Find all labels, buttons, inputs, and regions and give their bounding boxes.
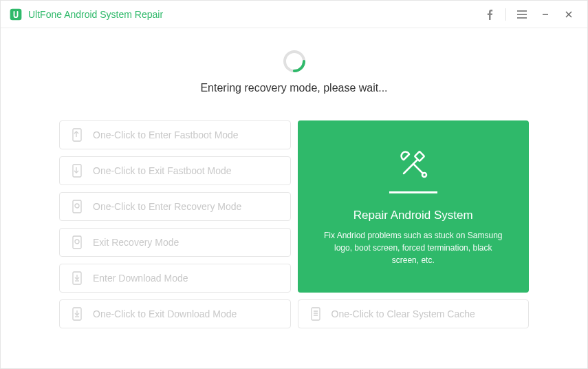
repair-android-system-card[interactable]: Repair Android System Fix Andriod proble…	[298, 120, 530, 293]
svg-rect-9	[73, 129, 81, 141]
svg-rect-13	[73, 200, 81, 213]
phone-icon	[71, 236, 83, 249]
option-label: One-Click to Exit Download Mode	[93, 308, 237, 319]
minimize-button[interactable]	[535, 4, 556, 25]
repair-description: Fix Andriod problems such as stuck on Sa…	[321, 229, 506, 266]
option-enter-fastboot[interactable]: One-Click to Enter Fastboot Mode	[59, 120, 291, 149]
app-window: UltFone Android System Repair Ent	[0, 0, 588, 369]
phone-icon	[71, 200, 83, 213]
phone-icon	[71, 129, 83, 141]
option-enter-recovery[interactable]: One-Click to Enter Recovery Mode	[59, 192, 291, 221]
separator	[505, 8, 506, 21]
svg-rect-15	[73, 236, 81, 249]
option-label: One-Click to Clear System Cache	[331, 308, 475, 319]
option-exit-fastboot[interactable]: One-Click to Exit Fastboot Mode	[59, 156, 291, 185]
option-label: One-Click to Enter Fastboot Mode	[93, 129, 239, 140]
option-clear-cache[interactable]: One-Click to Clear System Cache	[298, 299, 530, 328]
titlebar: UltFone Android System Repair	[1, 1, 587, 28]
close-button[interactable]	[558, 4, 579, 25]
svg-rect-0	[10, 8, 22, 20]
phone-download-icon	[71, 308, 83, 320]
tools-icon	[397, 147, 430, 180]
svg-rect-11	[73, 165, 81, 177]
titlebar-left: UltFone Android System Repair	[9, 8, 163, 21]
option-label: Exit Recovery Mode	[93, 237, 179, 248]
titlebar-right	[479, 4, 579, 25]
phone-icon	[71, 165, 83, 177]
option-exit-recovery[interactable]: Exit Recovery Mode	[59, 228, 291, 257]
option-label: One-Click to Exit Fastboot Mode	[93, 165, 232, 176]
menu-button[interactable]	[512, 4, 532, 25]
svg-rect-24	[415, 151, 424, 160]
svg-point-25	[422, 173, 426, 177]
option-exit-download[interactable]: One-Click to Exit Download Mode	[59, 299, 291, 328]
svg-point-16	[75, 240, 79, 244]
divider	[389, 191, 437, 193]
option-label: One-Click to Enter Recovery Mode	[93, 201, 241, 212]
svg-point-14	[75, 204, 79, 208]
phone-download-icon	[71, 272, 83, 284]
app-logo-icon	[9, 8, 23, 21]
svg-rect-26	[312, 308, 320, 320]
app-title: UltFone Android System Repair	[28, 9, 163, 20]
option-enter-download[interactable]: Enter Download Mode	[59, 264, 291, 293]
phone-icon	[309, 308, 322, 320]
main-content: Entering recovery mode, please wait... O…	[1, 28, 587, 368]
loading-spinner-icon	[282, 49, 307, 74]
facebook-button[interactable]	[479, 4, 500, 25]
status-text: Entering recovery mode, please wait...	[200, 82, 387, 94]
option-label: Enter Download Mode	[93, 273, 188, 284]
repair-title: Repair Android System	[353, 209, 473, 222]
options-grid: One-Click to Enter Fastboot Mode One-Cli…	[59, 120, 529, 328]
